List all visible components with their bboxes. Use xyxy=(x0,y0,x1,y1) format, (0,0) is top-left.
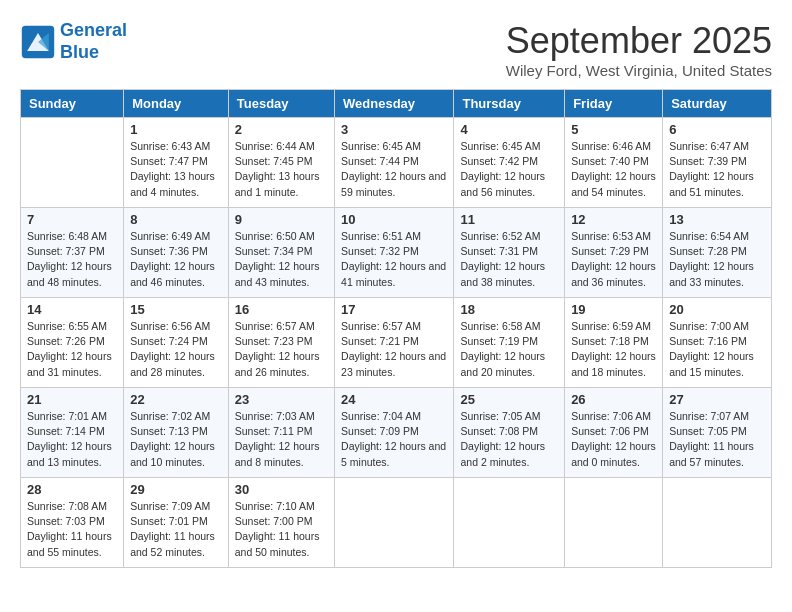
calendar-cell: 14Sunrise: 6:55 AMSunset: 7:26 PMDayligh… xyxy=(21,298,124,388)
day-number: 16 xyxy=(235,302,328,317)
cell-info: Sunrise: 6:48 AMSunset: 7:37 PMDaylight:… xyxy=(27,229,117,290)
day-header-thursday: Thursday xyxy=(454,90,565,118)
cell-info: Sunrise: 6:54 AMSunset: 7:28 PMDaylight:… xyxy=(669,229,765,290)
cell-info: Sunrise: 6:57 AMSunset: 7:23 PMDaylight:… xyxy=(235,319,328,380)
cell-info: Sunrise: 7:09 AMSunset: 7:01 PMDaylight:… xyxy=(130,499,222,560)
calendar-cell: 25Sunrise: 7:05 AMSunset: 7:08 PMDayligh… xyxy=(454,388,565,478)
day-number: 19 xyxy=(571,302,656,317)
calendar-cell: 27Sunrise: 7:07 AMSunset: 7:05 PMDayligh… xyxy=(663,388,772,478)
location: Wiley Ford, West Virginia, United States xyxy=(506,62,772,79)
cell-info: Sunrise: 6:45 AMSunset: 7:44 PMDaylight:… xyxy=(341,139,447,200)
title-block: September 2025 Wiley Ford, West Virginia… xyxy=(506,20,772,79)
cell-info: Sunrise: 6:49 AMSunset: 7:36 PMDaylight:… xyxy=(130,229,222,290)
day-number: 23 xyxy=(235,392,328,407)
cell-info: Sunrise: 7:03 AMSunset: 7:11 PMDaylight:… xyxy=(235,409,328,470)
cell-info: Sunrise: 6:46 AMSunset: 7:40 PMDaylight:… xyxy=(571,139,656,200)
calendar-cell: 13Sunrise: 6:54 AMSunset: 7:28 PMDayligh… xyxy=(663,208,772,298)
day-number: 29 xyxy=(130,482,222,497)
page-header: General Blue September 2025 Wiley Ford, … xyxy=(20,20,772,79)
calendar-cell: 3Sunrise: 6:45 AMSunset: 7:44 PMDaylight… xyxy=(335,118,454,208)
calendar-cell: 5Sunrise: 6:46 AMSunset: 7:40 PMDaylight… xyxy=(565,118,663,208)
cell-info: Sunrise: 7:10 AMSunset: 7:00 PMDaylight:… xyxy=(235,499,328,560)
cell-info: Sunrise: 6:56 AMSunset: 7:24 PMDaylight:… xyxy=(130,319,222,380)
calendar-cell: 29Sunrise: 7:09 AMSunset: 7:01 PMDayligh… xyxy=(124,478,229,568)
cell-info: Sunrise: 6:43 AMSunset: 7:47 PMDaylight:… xyxy=(130,139,222,200)
calendar-cell xyxy=(21,118,124,208)
day-header-saturday: Saturday xyxy=(663,90,772,118)
day-number: 30 xyxy=(235,482,328,497)
calendar-cell: 21Sunrise: 7:01 AMSunset: 7:14 PMDayligh… xyxy=(21,388,124,478)
calendar-cell: 4Sunrise: 6:45 AMSunset: 7:42 PMDaylight… xyxy=(454,118,565,208)
cell-info: Sunrise: 6:55 AMSunset: 7:26 PMDaylight:… xyxy=(27,319,117,380)
day-number: 13 xyxy=(669,212,765,227)
cell-info: Sunrise: 6:51 AMSunset: 7:32 PMDaylight:… xyxy=(341,229,447,290)
day-number: 6 xyxy=(669,122,765,137)
calendar-cell: 18Sunrise: 6:58 AMSunset: 7:19 PMDayligh… xyxy=(454,298,565,388)
calendar-table: SundayMondayTuesdayWednesdayThursdayFrid… xyxy=(20,89,772,568)
week-row-2: 14Sunrise: 6:55 AMSunset: 7:26 PMDayligh… xyxy=(21,298,772,388)
day-number: 4 xyxy=(460,122,558,137)
day-number: 12 xyxy=(571,212,656,227)
calendar-cell: 24Sunrise: 7:04 AMSunset: 7:09 PMDayligh… xyxy=(335,388,454,478)
day-number: 17 xyxy=(341,302,447,317)
day-header-sunday: Sunday xyxy=(21,90,124,118)
cell-info: Sunrise: 7:00 AMSunset: 7:16 PMDaylight:… xyxy=(669,319,765,380)
day-number: 26 xyxy=(571,392,656,407)
calendar-cell: 20Sunrise: 7:00 AMSunset: 7:16 PMDayligh… xyxy=(663,298,772,388)
calendar-cell: 9Sunrise: 6:50 AMSunset: 7:34 PMDaylight… xyxy=(228,208,334,298)
calendar-cell: 7Sunrise: 6:48 AMSunset: 7:37 PMDaylight… xyxy=(21,208,124,298)
cell-info: Sunrise: 7:04 AMSunset: 7:09 PMDaylight:… xyxy=(341,409,447,470)
calendar-cell: 23Sunrise: 7:03 AMSunset: 7:11 PMDayligh… xyxy=(228,388,334,478)
day-number: 10 xyxy=(341,212,447,227)
logo: General Blue xyxy=(20,20,127,63)
calendar-cell: 11Sunrise: 6:52 AMSunset: 7:31 PMDayligh… xyxy=(454,208,565,298)
cell-info: Sunrise: 6:57 AMSunset: 7:21 PMDaylight:… xyxy=(341,319,447,380)
day-number: 18 xyxy=(460,302,558,317)
calendar-cell: 15Sunrise: 6:56 AMSunset: 7:24 PMDayligh… xyxy=(124,298,229,388)
calendar-cell: 28Sunrise: 7:08 AMSunset: 7:03 PMDayligh… xyxy=(21,478,124,568)
day-number: 25 xyxy=(460,392,558,407)
logo-line1: General xyxy=(60,20,127,40)
day-number: 15 xyxy=(130,302,222,317)
logo-text: General Blue xyxy=(60,20,127,63)
cell-info: Sunrise: 6:58 AMSunset: 7:19 PMDaylight:… xyxy=(460,319,558,380)
calendar-cell: 17Sunrise: 6:57 AMSunset: 7:21 PMDayligh… xyxy=(335,298,454,388)
calendar-cell: 1Sunrise: 6:43 AMSunset: 7:47 PMDaylight… xyxy=(124,118,229,208)
day-number: 2 xyxy=(235,122,328,137)
calendar-cell: 6Sunrise: 6:47 AMSunset: 7:39 PMDaylight… xyxy=(663,118,772,208)
day-number: 5 xyxy=(571,122,656,137)
calendar-cell xyxy=(565,478,663,568)
calendar-cell: 22Sunrise: 7:02 AMSunset: 7:13 PMDayligh… xyxy=(124,388,229,478)
day-number: 8 xyxy=(130,212,222,227)
week-row-0: 1Sunrise: 6:43 AMSunset: 7:47 PMDaylight… xyxy=(21,118,772,208)
cell-info: Sunrise: 6:52 AMSunset: 7:31 PMDaylight:… xyxy=(460,229,558,290)
calendar-cell xyxy=(335,478,454,568)
cell-info: Sunrise: 7:07 AMSunset: 7:05 PMDaylight:… xyxy=(669,409,765,470)
calendar-cell: 10Sunrise: 6:51 AMSunset: 7:32 PMDayligh… xyxy=(335,208,454,298)
calendar-cell xyxy=(454,478,565,568)
cell-info: Sunrise: 7:06 AMSunset: 7:06 PMDaylight:… xyxy=(571,409,656,470)
cell-info: Sunrise: 6:47 AMSunset: 7:39 PMDaylight:… xyxy=(669,139,765,200)
calendar-cell: 8Sunrise: 6:49 AMSunset: 7:36 PMDaylight… xyxy=(124,208,229,298)
day-header-tuesday: Tuesday xyxy=(228,90,334,118)
day-number: 1 xyxy=(130,122,222,137)
cell-info: Sunrise: 6:50 AMSunset: 7:34 PMDaylight:… xyxy=(235,229,328,290)
cell-info: Sunrise: 6:44 AMSunset: 7:45 PMDaylight:… xyxy=(235,139,328,200)
cell-info: Sunrise: 7:05 AMSunset: 7:08 PMDaylight:… xyxy=(460,409,558,470)
calendar-cell: 26Sunrise: 7:06 AMSunset: 7:06 PMDayligh… xyxy=(565,388,663,478)
logo-icon xyxy=(20,24,56,60)
day-number: 28 xyxy=(27,482,117,497)
calendar-cell: 30Sunrise: 7:10 AMSunset: 7:00 PMDayligh… xyxy=(228,478,334,568)
cell-info: Sunrise: 7:01 AMSunset: 7:14 PMDaylight:… xyxy=(27,409,117,470)
week-row-3: 21Sunrise: 7:01 AMSunset: 7:14 PMDayligh… xyxy=(21,388,772,478)
day-number: 20 xyxy=(669,302,765,317)
week-row-1: 7Sunrise: 6:48 AMSunset: 7:37 PMDaylight… xyxy=(21,208,772,298)
day-number: 27 xyxy=(669,392,765,407)
calendar-cell: 2Sunrise: 6:44 AMSunset: 7:45 PMDaylight… xyxy=(228,118,334,208)
cell-info: Sunrise: 6:45 AMSunset: 7:42 PMDaylight:… xyxy=(460,139,558,200)
calendar-cell: 12Sunrise: 6:53 AMSunset: 7:29 PMDayligh… xyxy=(565,208,663,298)
day-number: 24 xyxy=(341,392,447,407)
logo-line2: Blue xyxy=(60,42,99,62)
day-number: 21 xyxy=(27,392,117,407)
day-number: 22 xyxy=(130,392,222,407)
